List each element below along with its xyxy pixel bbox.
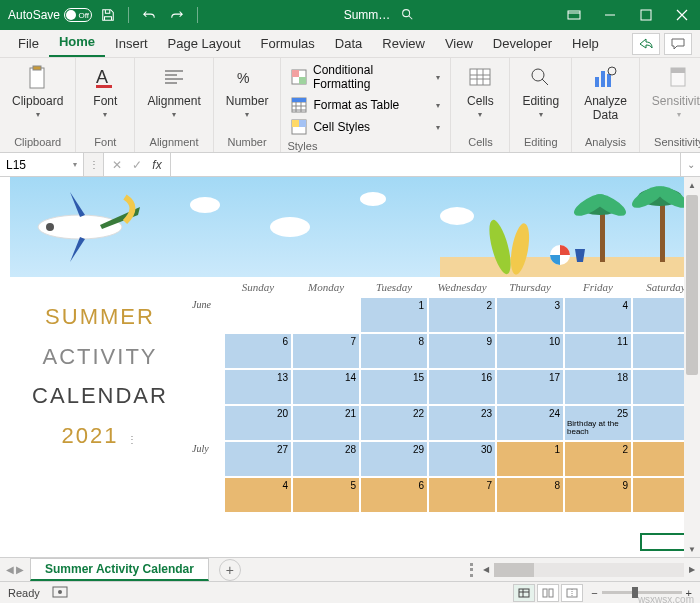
autosave-toggle[interactable]: AutoSave Off — [8, 8, 92, 22]
tab-review[interactable]: Review — [372, 32, 435, 57]
formula-input[interactable] — [171, 153, 680, 176]
calendar-cell[interactable]: 15 — [360, 369, 428, 405]
add-sheet-icon[interactable]: + — [219, 559, 241, 581]
calendar-cell[interactable]: 4 — [224, 477, 292, 513]
tab-formulas[interactable]: Formulas — [251, 32, 325, 57]
worksheet-area[interactable]: SUMMER ACTIVITY CALENDAR 2021 ⋮ SundayMo… — [0, 177, 700, 557]
scroll-up-icon[interactable]: ▲ — [684, 177, 700, 193]
calendar-cell[interactable]: 6 — [360, 477, 428, 513]
calendar-cell[interactable]: 9 — [428, 333, 496, 369]
view-page-layout-icon[interactable] — [537, 584, 559, 602]
font-button[interactable]: A Font▾ — [82, 60, 128, 123]
calendar-cell[interactable]: 13 — [224, 369, 292, 405]
redo-icon[interactable] — [165, 3, 189, 27]
fx-icon[interactable]: fx — [148, 156, 166, 174]
formula-expand-icon[interactable]: ⌄ — [680, 153, 700, 176]
ribbon-display-icon[interactable] — [556, 0, 592, 30]
calendar-cell[interactable]: 5 — [292, 477, 360, 513]
namebox-expand-icon[interactable]: ⋮ — [84, 153, 104, 176]
comments-icon[interactable] — [664, 33, 692, 55]
calendar-cell[interactable]: 7 — [292, 333, 360, 369]
minimize-icon[interactable] — [592, 0, 628, 30]
calendar-cell[interactable]: 29 — [360, 441, 428, 477]
calendar-cell[interactable]: 2 — [428, 297, 496, 333]
vscroll-thumb[interactable] — [686, 195, 698, 375]
cancel-fx-icon[interactable]: ✕ — [108, 156, 126, 174]
vertical-scrollbar[interactable]: ▲ ▼ — [684, 177, 700, 557]
calendar-cell[interactable]: 21 — [292, 405, 360, 441]
tab-insert[interactable]: Insert — [105, 32, 158, 57]
calendar-grid[interactable]: SundayMondayTuesdayWednesdayThursdayFrid… — [190, 277, 700, 513]
calendar-cell[interactable]: 28 — [292, 441, 360, 477]
alignment-button[interactable]: Alignment▾ — [141, 60, 206, 123]
maximize-icon[interactable] — [628, 0, 664, 30]
search-icon[interactable] — [400, 7, 414, 24]
calendar-cell[interactable]: 9 — [564, 477, 632, 513]
enter-fx-icon[interactable]: ✓ — [128, 156, 146, 174]
calendar-cell[interactable]: 25Birthday at the beach — [564, 405, 632, 441]
tab-page-layout[interactable]: Page Layout — [158, 32, 251, 57]
calendar-cell[interactable]: 6 — [224, 333, 292, 369]
sheet-prev-icon[interactable]: ◀ — [6, 564, 14, 575]
calendar-cell[interactable]: 8 — [496, 477, 564, 513]
tab-data[interactable]: Data — [325, 32, 372, 57]
tab-view[interactable]: View — [435, 32, 483, 57]
tab-file[interactable]: File — [8, 32, 49, 57]
tab-help[interactable]: Help — [562, 32, 609, 57]
save-icon[interactable] — [96, 3, 120, 27]
close-icon[interactable] — [664, 0, 700, 30]
active-cell[interactable] — [640, 533, 690, 551]
calendar-cell[interactable]: 1 — [360, 297, 428, 333]
calendar-cell[interactable] — [292, 297, 360, 333]
calendar-cell[interactable]: 16 — [428, 369, 496, 405]
calendar-cell[interactable]: 30 — [428, 441, 496, 477]
zoom-in-icon[interactable]: + — [686, 587, 692, 599]
conditional-formatting-button[interactable]: Conditional Formatting▾ — [287, 60, 444, 94]
horizontal-scrollbar[interactable]: ◀ ▶ — [470, 562, 700, 578]
name-box[interactable]: L15▾ — [0, 153, 84, 176]
sheet-tab-active[interactable]: Summer Activity Calendar — [30, 558, 209, 581]
zoom-out-icon[interactable]: − — [591, 587, 597, 599]
calendar-cell[interactable] — [224, 297, 292, 333]
calendar-cell[interactable]: 10 — [496, 333, 564, 369]
undo-icon[interactable] — [137, 3, 161, 27]
autosave-switch-off[interactable]: Off — [64, 8, 92, 22]
zoom-slider[interactable] — [602, 591, 682, 594]
scroll-down-icon[interactable]: ▼ — [684, 541, 700, 557]
calendar-cell[interactable]: 11 — [564, 333, 632, 369]
hscroll-thumb[interactable] — [494, 563, 534, 577]
share-icon[interactable] — [632, 33, 660, 55]
macro-record-icon[interactable] — [52, 586, 68, 600]
number-button[interactable]: % Number▾ — [220, 60, 275, 123]
editing-button[interactable]: Editing▾ — [516, 60, 565, 123]
view-normal-icon[interactable] — [513, 584, 535, 602]
calendar-cell[interactable]: 24 — [496, 405, 564, 441]
cell-styles-button[interactable]: Cell Styles▾ — [287, 116, 444, 138]
calendar-cell[interactable]: 7 — [428, 477, 496, 513]
calendar-cell[interactable]: 17 — [496, 369, 564, 405]
calendar-cell[interactable]: 20 — [224, 405, 292, 441]
cells-button[interactable]: Cells▾ — [457, 60, 503, 123]
calendar-cell[interactable]: 1 — [496, 441, 564, 477]
hscroll-splitter[interactable] — [470, 563, 474, 577]
calendar-cell[interactable]: 3 — [496, 297, 564, 333]
calendar-cell[interactable]: 4 — [564, 297, 632, 333]
hscroll-left-icon[interactable]: ◀ — [478, 565, 494, 574]
analyze-data-button[interactable]: Analyze Data — [578, 60, 633, 126]
calendar-cell[interactable]: 22 — [360, 405, 428, 441]
format-as-table-button[interactable]: Format as Table▾ — [287, 94, 444, 116]
sensitivity-button[interactable]: Sensitivity▾ — [646, 60, 700, 123]
tab-developer[interactable]: Developer — [483, 32, 562, 57]
calendar-cell[interactable]: 8 — [360, 333, 428, 369]
view-page-break-icon[interactable] — [561, 584, 583, 602]
calendar-cell[interactable]: 27 — [224, 441, 292, 477]
sheet-next-icon[interactable]: ▶ — [16, 564, 24, 575]
calendar-cell[interactable]: 2 — [564, 441, 632, 477]
hscroll-right-icon[interactable]: ▶ — [684, 565, 700, 574]
calendar-cell[interactable]: 14 — [292, 369, 360, 405]
calendar-cell[interactable]: 18 — [564, 369, 632, 405]
calendar-cell[interactable]: 23 — [428, 405, 496, 441]
clipboard-button[interactable]: Clipboard▾ — [6, 60, 69, 123]
tab-home[interactable]: Home — [49, 30, 105, 57]
svg-rect-6 — [96, 85, 112, 88]
